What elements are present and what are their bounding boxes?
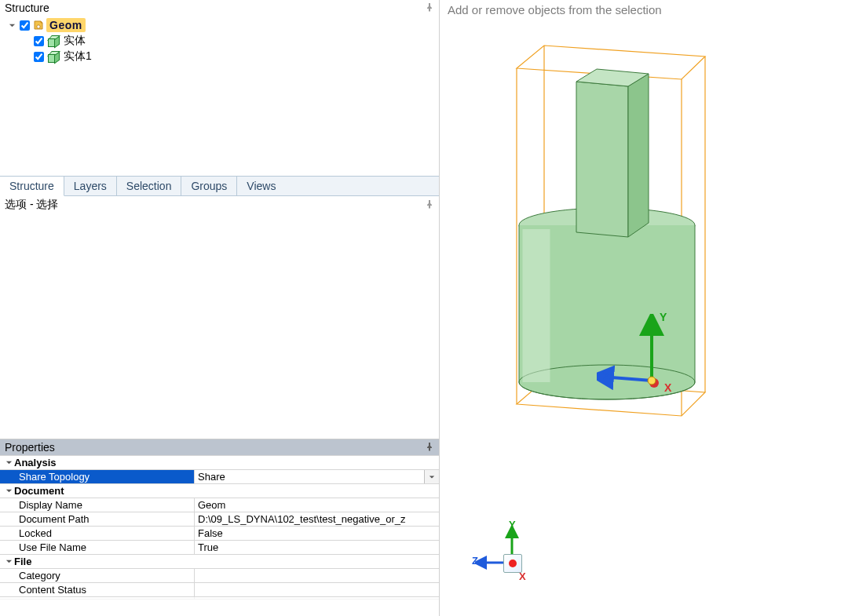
pin-icon[interactable]	[425, 2, 434, 14]
tree-node-label[interactable]: 实体1	[60, 49, 95, 64]
checkbox[interactable]	[20, 20, 30, 31]
pin-icon[interactable]	[425, 442, 434, 454]
prop-row[interactable]: Category	[0, 569, 439, 583]
checkbox[interactable]	[34, 36, 44, 46]
solid-icon	[46, 35, 59, 47]
tab-structure[interactable]: Structure	[0, 177, 64, 196]
tab-views[interactable]: Views	[237, 177, 285, 195]
collapse-icon[interactable]	[3, 558, 14, 565]
left-tabs: Structure Layers Selection Groups Views	[0, 176, 439, 196]
prop-row[interactable]: Locked False	[0, 527, 439, 541]
dropdown-arrow-icon[interactable]	[424, 470, 439, 483]
prop-value[interactable]: Share	[195, 470, 439, 483]
prop-value[interactable]	[195, 583, 439, 596]
properties-header: Properties	[0, 439, 439, 455]
tab-selection[interactable]: Selection	[117, 177, 182, 195]
prop-key: Locked	[0, 527, 195, 540]
prop-key: Document Path	[0, 512, 195, 526]
prop-row[interactable]: Content Status	[0, 583, 439, 597]
prop-key: Display Name	[0, 498, 195, 512]
structure-tree[interactable]: Geom 实体 实体1	[0, 16, 439, 176]
prop-value[interactable]: Geom	[195, 498, 439, 512]
prop-value[interactable]: D:\09_LS_DYNA\102_test\test_negative_or_…	[195, 512, 439, 526]
prop-key: Category	[0, 569, 195, 582]
collapse-icon[interactable]	[3, 459, 14, 466]
prop-row[interactable]	[0, 597, 439, 600]
tab-layers[interactable]: Layers	[64, 177, 117, 195]
tree-node-label[interactable]: Geom	[46, 18, 86, 32]
tab-groups[interactable]: Groups	[181, 177, 237, 195]
mini-triad[interactable]: Y Z X	[475, 523, 546, 594]
prop-key: Use File Name	[0, 541, 195, 554]
axis-x-label: X	[664, 381, 671, 394]
mini-axis-z-label: Z	[472, 555, 478, 567]
prop-key	[0, 597, 195, 599]
properties-grid[interactable]: Analysis Share Topology Share Document D…	[0, 455, 439, 616]
axis-z-label: Z	[603, 370, 610, 382]
options-body	[0, 213, 439, 439]
tree-node-label[interactable]: 实体	[60, 33, 89, 49]
tree-child-row[interactable]: 实体	[3, 33, 436, 49]
options-panel-title: 选项 - 选择	[5, 198, 58, 212]
mini-axis-y-label: Y	[509, 519, 516, 530]
solid-icon	[46, 50, 59, 63]
prop-value[interactable]	[195, 569, 439, 582]
prop-row[interactable]: Share Topology Share	[0, 470, 439, 484]
axis-y-label: Y	[660, 311, 667, 323]
view-cube-center-icon	[509, 560, 517, 567]
prop-group-document[interactable]: Document	[0, 484, 439, 498]
pin-icon[interactable]	[425, 199, 434, 211]
prop-group-file[interactable]: File	[0, 555, 439, 569]
viewport-3d[interactable]: Add or remove objects from the selection	[440, 0, 848, 616]
prop-value[interactable]: True	[195, 541, 439, 554]
prop-row[interactable]: Display Name Geom	[0, 498, 439, 512]
options-panel-header: 选项 - 选择	[0, 196, 439, 213]
structure-panel-header: Structure	[0, 0, 439, 16]
part-icon	[32, 19, 45, 31]
prop-key: Content Status	[0, 583, 195, 596]
prop-value[interactable]	[195, 597, 439, 599]
mini-axis-x-label: X	[519, 570, 526, 582]
tree-child-row[interactable]: 实体1	[3, 49, 436, 64]
tree-root-row[interactable]: Geom	[3, 17, 436, 33]
expand-toggle[interactable]	[6, 22, 17, 29]
collapse-icon[interactable]	[3, 487, 14, 494]
prop-group-analysis[interactable]: Analysis	[0, 456, 439, 470]
svg-point-0	[37, 25, 40, 28]
box-solid[interactable]	[570, 63, 652, 243]
prop-row[interactable]: Use File Name True	[0, 541, 439, 555]
structure-panel-title: Structure	[5, 2, 49, 14]
properties-title: Properties	[5, 441, 55, 454]
prop-key: Share Topology	[0, 470, 195, 483]
prop-row[interactable]: Document Path D:\09_LS_DYNA\102_test\tes…	[0, 512, 439, 527]
checkbox[interactable]	[34, 52, 44, 62]
prop-value[interactable]: False	[195, 527, 439, 540]
